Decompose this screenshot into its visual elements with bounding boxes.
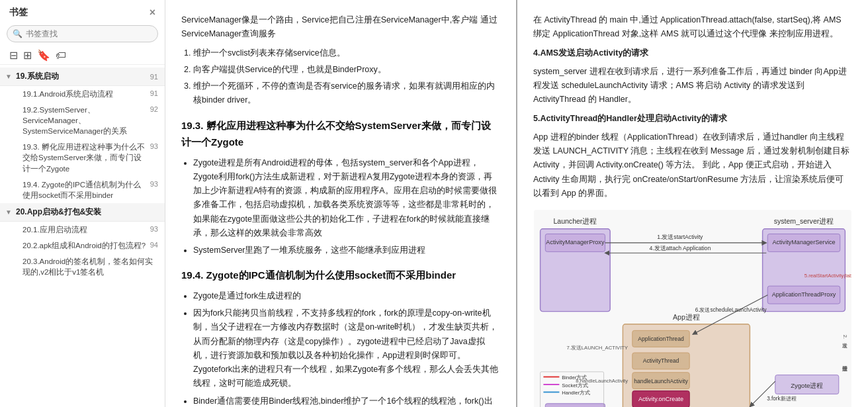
toc-group-20: ▼ 20.App启动&打包&安装 20.1.应用启动流程 93 20.2.apk… [0,203,165,280]
svg-rect-36 [545,404,605,407]
svg-text:ApplicationThread: ApplicationThread [638,336,684,342]
svg-text:4.发送attach Application: 4.发送attach Application [649,245,711,251]
svg-text:ActivityManagerProxy: ActivityManagerProxy [546,239,605,246]
toolbar-icon-1[interactable]: ⊟ [9,49,18,62]
sidebar-title: 书签 [9,7,28,19]
toc-item-19-2-page: 92 [150,105,158,114]
toc-item-20-1-page: 93 [150,224,158,234]
svg-text:ApplicationThreadProxy: ApplicationThreadProxy [772,291,836,298]
sidebar-close-button[interactable]: × [150,7,155,19]
activity-thread-diagram: Launcher进程 ActivityManagerProxy system_s… [533,210,852,407]
service-list: 维护一个svclist列表来存储service信息。 向客户端提供Service… [193,46,500,108]
sidebar-list: ▼ 19.系统启动 91 19.1.Android系统启动流程 91 19.2.… [0,65,165,407]
group-20-arrow: ▼ [5,208,13,216]
right-intro: 在 ActivityThread 的 main 中,通过 Application… [533,13,852,42]
group-19-page: 91 [150,73,158,81]
group-19-title: 19.系统启动 [16,71,148,82]
toc-group-19: ▼ 19.系统启动 91 19.1.Android系统启动流程 91 19.2.… [0,68,165,203]
svg-text:App进程: App进程 [673,313,700,321]
zygote2-bullet-3: Binder通信需要使用Binder线程池,binder维护了一个16个线程的线… [193,394,500,408]
toolbar-icon-3[interactable]: 🔖 [37,49,50,62]
toc-item-20-3[interactable]: 20.3.Android的签名机制，签名如何实现的,v2相比于v1签名机 [7,253,165,280]
toc-item-19-1-label: 19.1.Android系统启动流程 [22,89,148,99]
toc-item-19-2[interactable]: 19.2.SystemServer、ServiceManager、SystemS… [7,102,165,139]
toc-item-19-3[interactable]: 19.3. 孵化应用进程这种事为什么不交给SystemServer来做，而专门设… [7,139,165,176]
toc-item-19-4[interactable]: 19.4. Zygote的IPC通信机制为什么使用socket而不采用binde… [7,177,165,203]
section-5-title: 5.ActivityThread的Handler处理启动Activity的请求 [533,112,852,126]
section-5-text: App 进程的binder 线程（ApplicationThread）在收到请求… [533,130,852,201]
zygote-bullets: Zygote进程是所有Android进程的母体，包括system_server和… [193,156,500,258]
section-19-4-title: 19.4. Zygote的IPC通信机制为什么使用socket而不采用binde… [181,267,500,284]
section-19-3-title: 19.3. 孵化应用进程这种事为什么不交给SystemServer来做，而专门设… [181,117,500,151]
svg-text:5.realStartActivity(label): 5.realStartActivity(label) [804,273,851,279]
toolbar-icon-2[interactable]: ⊞ [23,49,32,62]
main-content: ServiceManager像是一个路由，Service把自己注册在Servic… [165,0,868,407]
sidebar-header: 书签 × [0,0,165,23]
svg-text:Activity.onCreate: Activity.onCreate [638,396,683,402]
section-4-text: system_server 进程在收到请求后，进行一系列准备工作后，再通过 bi… [533,65,852,107]
section-4-title: 4.AMS发送启动Activity的请求 [533,46,852,60]
toc-item-19-2-label: 19.2.SystemServer、ServiceManager、SystemS… [22,105,148,136]
svg-text:Launcher进程: Launcher进程 [553,217,597,225]
list-item-2: 向客户端提供Service的代理，也就是BinderProxy。 [193,63,500,77]
page-left[interactable]: ServiceManager像是一个路由，Service把自己注册在Servic… [165,0,517,407]
toc-group-19-header[interactable]: ▼ 19.系统启动 91 [0,68,165,86]
svg-text:Handler方式: Handler方式 [562,390,590,396]
search-icon: 🔍 [13,29,22,38]
svg-text:Binder方式: Binder方式 [562,375,587,381]
toc-item-20-1[interactable]: 20.1.应用启动流程 93 [7,222,165,238]
intro-text: ServiceManager像是一个路由，Service把自己注册在Servic… [181,13,500,42]
group-20-title: 20.App启动&打包&安装 [16,206,155,218]
svg-text:system_server进程: system_server进程 [774,217,834,225]
svg-text:handleLaunchActivity: handleLaunchActivity [634,378,688,384]
group-19-arrow: ▼ [5,73,13,80]
svg-text:Zygote进程: Zygote进程 [791,382,823,389]
sidebar-search-container: 🔍 [7,25,158,42]
list-item-1: 维护一个svclist列表来存储service信息。 [193,46,500,60]
toc-item-20-2-label: 20.2.apk组成和Android的打包流程? [22,240,148,251]
zygote2-bullets: Zygote是通过fork生成进程的 因为fork只能拷贝当前线程，不支持多线程… [193,289,500,407]
toc-item-20-2[interactable]: 20.2.apk组成和Android的打包流程? 94 [7,238,165,253]
sidebar-toolbar: ⊟ ⊞ 🔖 🏷 [0,46,165,65]
svg-text:ActivityManagerService: ActivityManagerService [772,239,835,246]
zygote-bullet-1: Zygote进程是所有Android进程的母体，包括system_server和… [193,156,500,241]
toc-item-20-3-label: 20.3.Android的签名机制，签名如何实现的,v2相比于v1签名机 [22,256,155,277]
page-right[interactable]: 在 ActivityThread 的 main 中,通过 Application… [517,0,868,407]
group-19-children: 19.1.Android系统启动流程 91 19.2.SystemServer、… [0,86,165,203]
search-input[interactable] [7,25,158,42]
svg-text:6.发送scheduleLaunchActivity: 6.发送scheduleLaunchActivity [695,307,767,313]
toc-group-20-header[interactable]: ▼ 20.App启动&打包&安装 [0,203,165,222]
toc-item-19-1[interactable]: 19.1.Android系统启动流程 91 [7,86,165,102]
svg-text:ActivityThread: ActivityThread [643,357,679,364]
toolbar-icon-4[interactable]: 🏷 [56,50,66,62]
zygote-bullet-2: SystemServer里跑了一堆系统服务，这些不能继承到应用进程 [193,244,500,257]
zygote2-bullet-2: 因为fork只能拷贝当前线程，不支持多线程的fork，fork的原理是copy-… [193,306,500,391]
toc-item-19-4-page: 93 [150,179,158,189]
toc-item-19-4-label: 19.4. Zygote的IPC通信机制为什么使用socket而不采用binde… [22,179,148,201]
svg-text:3.fork新进程: 3.fork新进程 [767,396,796,402]
toc-item-20-1-label: 20.1.应用启动流程 [22,224,148,235]
zygote2-bullet-1: Zygote是通过fork生成进程的 [193,289,500,303]
diagram-svg: Launcher进程 ActivityManagerProxy system_s… [534,210,851,407]
toc-item-20-2-page: 94 [150,240,158,250]
sidebar: 书签 × 🔍 ⊟ ⊞ 🔖 🏷 ▼ 19.系统启动 91 19.1.Android… [0,0,165,407]
svg-text:Socket方式: Socket方式 [562,383,587,388]
group-20-children: 20.1.应用启动流程 93 20.2.apk组成和Android的打包流程? … [0,222,165,280]
svg-text:7.发送LAUNCH_ACTIVITY: 7.发送LAUNCH_ACTIVITY [566,345,628,351]
svg-text:1.发送startActivity: 1.发送startActivity [657,234,703,240]
toc-item-19-3-label: 19.3. 孵化应用进程这种事为什么不交给SystemServer来做，而专门设… [22,142,148,173]
toc-item-19-1-page: 91 [150,89,158,99]
toc-item-19-3-page: 93 [150,142,158,152]
list-item-3: 维护一个死循环，不停的查询是否有service的服务请求，如果有就调用相应的内核… [193,79,500,108]
